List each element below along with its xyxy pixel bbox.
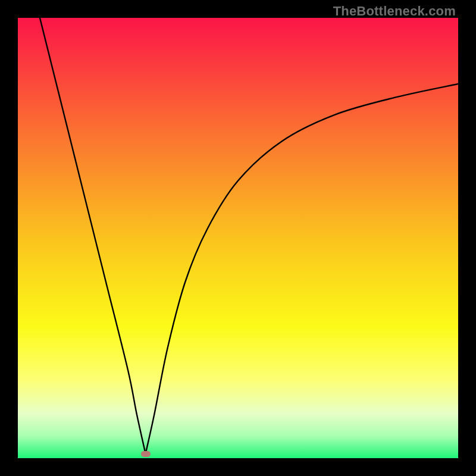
chart-frame: TheBottleneck.com — [0, 0, 476, 476]
curve-left-branch — [40, 18, 146, 454]
plot-area — [18, 18, 458, 458]
watermark-text: TheBottleneck.com — [333, 4, 456, 19]
curve-svg — [18, 18, 458, 458]
curve-right-branch — [146, 84, 458, 454]
minimum-marker — [141, 451, 151, 457]
